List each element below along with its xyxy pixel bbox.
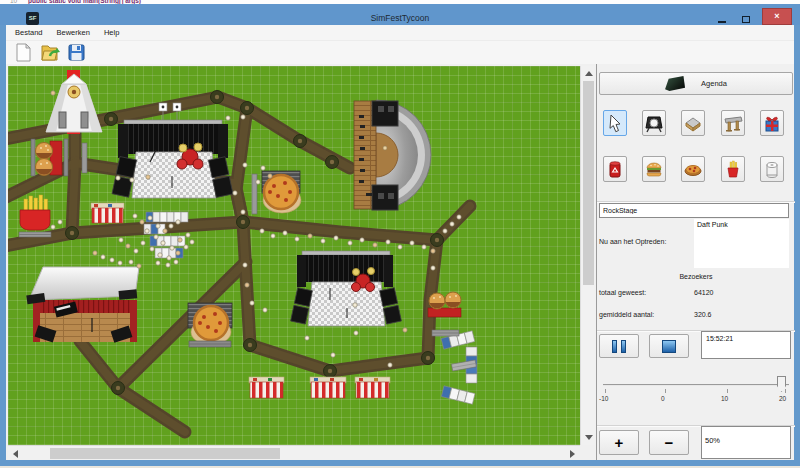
tool-stage-floor-button[interactable] bbox=[681, 110, 705, 136]
new-document-button[interactable] bbox=[13, 42, 35, 63]
now-playing-value: Daft Punk bbox=[694, 219, 789, 268]
fries-stand[interactable] bbox=[19, 195, 51, 237]
pizza-stand[interactable] bbox=[188, 303, 232, 347]
menu-item-help[interactable]: Help bbox=[104, 28, 119, 37]
new-document-icon bbox=[13, 42, 35, 63]
tool-toilet-paper-button[interactable] bbox=[760, 156, 784, 182]
save-floppy-icon bbox=[66, 42, 88, 63]
close-button[interactable]: × bbox=[762, 8, 792, 25]
save-button[interactable] bbox=[66, 42, 88, 63]
entrance-gate-icon bbox=[723, 113, 743, 133]
vertical-scroll-thumb[interactable] bbox=[583, 81, 594, 285]
second-stage[interactable] bbox=[291, 251, 402, 326]
tool-entrance-gate-button[interactable] bbox=[721, 110, 745, 136]
menu-bar: Bestand Bewerken Help bbox=[6, 25, 794, 41]
open-file-button[interactable] bbox=[39, 42, 61, 63]
agenda-label: Agenda bbox=[701, 79, 727, 88]
stage-name-input[interactable] bbox=[599, 203, 789, 218]
toolbar bbox=[6, 41, 794, 64]
burger bbox=[36, 143, 53, 160]
burger-icon bbox=[644, 159, 664, 179]
shell-stage[interactable] bbox=[354, 100, 431, 210]
minimize-icon bbox=[718, 21, 726, 23]
map-canvas bbox=[8, 66, 580, 445]
slider-tick-label: -10 bbox=[599, 395, 619, 402]
stage-floor-icon bbox=[683, 113, 703, 133]
pause-icon bbox=[612, 340, 617, 353]
market-stall[interactable] bbox=[249, 377, 284, 398]
pizza-icon bbox=[683, 159, 703, 179]
stop-icon bbox=[662, 340, 676, 353]
total-visitors-label: totaal geweest: bbox=[599, 289, 646, 296]
speed-slider-track[interactable] bbox=[603, 384, 789, 386]
tool-select-cursor-button[interactable] bbox=[603, 110, 627, 136]
slider-tick-label: 0 bbox=[661, 395, 681, 402]
trash-can-icon bbox=[605, 159, 625, 179]
market-stall[interactable] bbox=[310, 377, 346, 398]
market-stall[interactable] bbox=[91, 203, 124, 223]
window-title: SimFestTycoon bbox=[0, 13, 800, 23]
average-visitors-value: 320.6 bbox=[694, 311, 712, 318]
entrance-tent[interactable] bbox=[46, 70, 102, 134]
burger bbox=[429, 293, 445, 309]
slider-tick-label: 10 bbox=[721, 395, 741, 402]
scroll-right-icon[interactable] bbox=[570, 450, 575, 458]
tool-fries-button[interactable] bbox=[721, 156, 745, 182]
tool-spotlight-button[interactable] bbox=[642, 110, 666, 136]
fries-icon bbox=[723, 159, 743, 179]
burger bbox=[445, 292, 461, 308]
burger bbox=[36, 159, 53, 176]
open-folder-icon bbox=[39, 42, 61, 63]
visitors-header: Bezoekers bbox=[597, 273, 795, 280]
pizza-stand[interactable] bbox=[252, 171, 301, 214]
zoom-level-display: 50% bbox=[701, 426, 791, 459]
market-stall[interactable] bbox=[355, 377, 390, 398]
performer bbox=[383, 146, 387, 150]
zoom-in-button[interactable]: + bbox=[599, 430, 639, 455]
agenda-book-icon bbox=[665, 76, 685, 91]
scroll-up-icon[interactable] bbox=[585, 71, 593, 76]
cursor-icon bbox=[606, 113, 624, 133]
barn-stage[interactable] bbox=[26, 267, 139, 343]
clock-display: 15:52:21 bbox=[701, 331, 791, 359]
tool-trash-can-button[interactable] bbox=[603, 156, 627, 182]
scroll-left-icon[interactable] bbox=[13, 450, 18, 458]
zoom-out-button[interactable]: − bbox=[649, 430, 689, 455]
average-visitors-label: gemiddeld aantal: bbox=[599, 311, 654, 318]
gift-icon bbox=[762, 113, 782, 133]
now-playing-label: Nu aan het Optreden: bbox=[599, 238, 666, 245]
festival-map[interactable] bbox=[8, 66, 580, 445]
agenda-button[interactable]: Agenda bbox=[599, 72, 793, 95]
scroll-down-icon[interactable] bbox=[585, 435, 593, 440]
tool-burger-button[interactable] bbox=[642, 156, 666, 182]
side-panel: Agenda bbox=[596, 64, 794, 460]
menu-item-bestand[interactable]: Bestand bbox=[15, 28, 43, 37]
toilet-block-right[interactable] bbox=[441, 331, 477, 404]
tool-gift-button[interactable] bbox=[760, 110, 784, 136]
horizontal-scroll-thumb[interactable] bbox=[50, 448, 280, 459]
menu-item-bewerken[interactable]: Bewerken bbox=[57, 28, 90, 37]
spotlight-icon bbox=[644, 113, 664, 133]
pause-button[interactable] bbox=[599, 334, 639, 358]
map-horizontal-scrollbar[interactable] bbox=[8, 445, 580, 460]
total-visitors-value: 64120 bbox=[694, 289, 713, 296]
slider-tick-label: 20 bbox=[779, 395, 799, 402]
toilet-paper-icon bbox=[762, 159, 782, 179]
tool-pizza-button[interactable] bbox=[681, 156, 705, 182]
map-vertical-scrollbar[interactable] bbox=[580, 66, 595, 445]
maximize-icon bbox=[742, 16, 750, 23]
stop-button[interactable] bbox=[649, 334, 689, 358]
title-bar[interactable]: SF SimFestTycoon × bbox=[0, 4, 800, 25]
